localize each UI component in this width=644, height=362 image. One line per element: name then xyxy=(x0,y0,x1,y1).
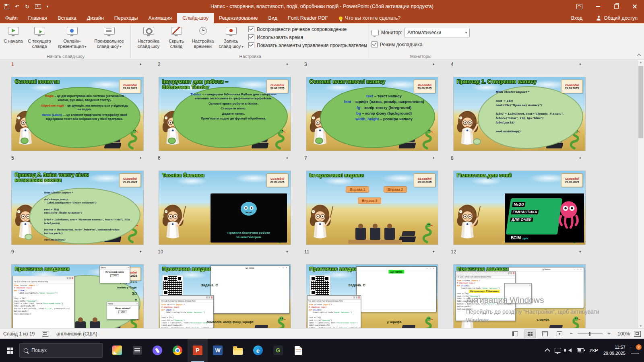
taskbar-app-g[interactable]: G xyxy=(268,339,288,362)
language-switcher[interactable]: УКР xyxy=(589,348,598,353)
slide-12-thumbnail[interactable]: Сьогодні29.09.2025Практичне завданняFile… xyxy=(453,264,586,329)
slide-2-thumbnail[interactable]: Сьогодні29.09.2025Інструмент для роботи … xyxy=(159,77,291,151)
notification-center-icon[interactable]: 2 xyxy=(631,347,639,354)
volume-icon[interactable] xyxy=(566,348,572,352)
animation-star-icon[interactable]: ✦ xyxy=(432,62,435,66)
use-timings-checkbox[interactable]: Использовать время xyxy=(248,34,367,40)
hide-slide-button[interactable]: Скрыть слайд xyxy=(164,25,189,49)
slide-6-thumbnail[interactable]: Сьогодні29.09.2025Техніка безпекиПравила… xyxy=(159,171,291,245)
zoom-level[interactable]: 100% xyxy=(615,331,630,337)
taskbar-app-word[interactable]: W xyxy=(208,339,228,362)
monitor-select[interactable]: Автоматически ▾ xyxy=(405,28,470,37)
zoom-out-button[interactable]: − xyxy=(569,331,574,337)
tab-home[interactable]: Главная xyxy=(23,13,53,23)
from-beginning-button[interactable]: С начала xyxy=(2,25,24,45)
minimize-button[interactable] xyxy=(588,0,607,13)
animation-star-icon[interactable]: ✦ xyxy=(139,250,142,254)
tray-expand-icon[interactable] xyxy=(545,348,550,354)
tab-review[interactable]: Рецензирование xyxy=(214,13,263,23)
tab-view[interactable]: Вид xyxy=(263,13,283,23)
taskbar-app-chrome[interactable] xyxy=(167,339,188,362)
sign-in-button[interactable]: Вход xyxy=(564,13,590,23)
tray-display-icon[interactable] xyxy=(555,348,561,353)
zoom-slider-thumb[interactable] xyxy=(589,332,590,336)
from-current-slide-button[interactable]: С текущего слайда xyxy=(24,25,55,49)
presenter-view-checkbox[interactable]: Режим докладчика xyxy=(372,41,422,47)
restore-button[interactable] xyxy=(607,0,625,13)
tab-animation[interactable]: Анимация xyxy=(143,13,177,23)
animation-star-icon[interactable]: ✦ xyxy=(432,156,435,160)
slide-10-thumbnail[interactable]: Сьогодні29.09.2025Практичне завданняЗада… xyxy=(159,264,291,329)
slide-3-thumbnail[interactable]: Сьогодні29.09.2025Основні властивості на… xyxy=(306,77,438,151)
vertical-scrollbar[interactable]: ▲ ▼ xyxy=(637,60,644,329)
tab-design[interactable]: Дизайн xyxy=(82,13,109,23)
view-reading-button[interactable] xyxy=(540,330,550,338)
slide-number: 10 xyxy=(158,249,163,255)
taskbar-app-explorer[interactable] xyxy=(228,339,248,362)
animation-star-icon[interactable]: ✦ xyxy=(578,62,582,66)
animation-star-icon[interactable]: ✦ xyxy=(578,250,582,254)
redo-icon[interactable]: ↻ xyxy=(25,4,29,9)
animation-star-icon[interactable]: ✦ xyxy=(285,250,289,254)
tab-insert[interactable]: Вставка xyxy=(52,13,81,23)
taskbar-app-viber[interactable] xyxy=(147,339,167,362)
record-slideshow-button[interactable]: Запись слайд-шоу xyxy=(217,25,245,49)
show-media-controls-checkbox[interactable]: Показать элементы управления проигрывате… xyxy=(248,42,367,48)
taskbar-search[interactable]: Пошук xyxy=(19,343,103,358)
tellme-search[interactable]: Что вы хотите сделать? xyxy=(333,13,406,23)
rehearse-timings-button[interactable]: Настройка времени xyxy=(189,25,217,49)
qr-pattern xyxy=(311,276,329,295)
start-slideshow-icon[interactable] xyxy=(35,4,41,9)
tab-foxit[interactable]: Foxit Reader PDF xyxy=(283,13,333,23)
setup-slideshow-button[interactable]: Настройка слайд-шоу xyxy=(133,25,164,49)
slide-11-thumbnail[interactable]: Сьогодні29.09.2025Практичне завданняЗада… xyxy=(306,264,438,329)
slide-8-thumbnail[interactable]: Сьогодні29.09.2025Гімнастика для очей№20… xyxy=(453,171,586,245)
animation-star-icon[interactable]: ✦ xyxy=(139,156,142,160)
desktop-screen: ↶ ↻ ▾ Напис - створення, властивості, по… xyxy=(0,0,644,362)
taskbar-app-document[interactable] xyxy=(288,339,308,362)
save-icon[interactable] xyxy=(4,4,9,9)
zoom-slider[interactable] xyxy=(578,333,603,334)
taskbar-app-photos[interactable] xyxy=(107,339,127,362)
language-indicator[interactable]: английский (США) xyxy=(56,331,97,337)
zoom-in-button[interactable]: + xyxy=(607,331,611,337)
proofing-icon[interactable] xyxy=(42,331,49,337)
animation-star-icon[interactable]: ✦ xyxy=(432,250,435,254)
taskbar-app-edge[interactable]: e xyxy=(248,339,268,362)
custom-slideshow-button[interactable]: Произвольное слайд-шоу xyxy=(89,25,129,49)
tab-file[interactable]: Файл xyxy=(0,13,23,23)
clock[interactable]: 11:57 29.09.2025 xyxy=(603,344,625,356)
slide-4-thumbnail[interactable]: Сьогодні29.09.2025Приклад 1. Створення н… xyxy=(453,77,586,151)
animation-star-icon[interactable]: ✦ xyxy=(285,62,289,66)
ribbon-display-options-button[interactable] xyxy=(570,0,588,13)
play-narrations-checkbox[interactable]: Воспроизвести речевое сопровождение xyxy=(248,26,367,32)
slide-1-thumbnail[interactable]: Сьогодні29.09.2025Основні поняттяПодія –… xyxy=(11,77,144,151)
close-button[interactable] xyxy=(625,0,644,13)
scroll-up-icon[interactable]: ▲ xyxy=(638,61,644,64)
scrollbar-thumb[interactable] xyxy=(638,66,643,138)
view-slideshow-button[interactable] xyxy=(554,330,565,338)
fit-to-window-button[interactable] xyxy=(634,331,641,337)
scroll-down-icon[interactable]: ▼ xyxy=(638,325,644,327)
slide-number: 6 xyxy=(158,155,161,161)
animation-star-icon[interactable]: ✦ xyxy=(139,62,142,66)
customize-qat-icon[interactable]: ▾ xyxy=(47,5,49,8)
animation-star-icon[interactable]: ✦ xyxy=(285,156,289,160)
online-presentation-button[interactable]: Онлайн-презентация xyxy=(55,25,89,49)
slide-5-thumbnail[interactable]: Сьогодні29.09.2025Приклад 2. Зміна текст… xyxy=(11,171,144,245)
taskbar-app-powerpoint[interactable]: P xyxy=(188,339,208,362)
view-sorter-button[interactable] xyxy=(524,329,536,338)
tab-transitions[interactable]: Переходы xyxy=(109,13,143,23)
slide-9-thumbnail[interactable]: Сьогодні29.09.2025Практичне завданнярезу… xyxy=(11,264,144,329)
taskbar-app-generic[interactable] xyxy=(127,339,147,362)
undo-icon[interactable]: ↶ xyxy=(15,4,19,9)
share-button[interactable]: Общий доступ xyxy=(590,13,644,23)
animation-star-icon[interactable]: ✦ xyxy=(578,156,582,160)
collapse-ribbon-button[interactable] xyxy=(637,53,641,57)
tab-slideshow[interactable]: Слайд-шоу xyxy=(177,13,214,23)
battery-icon[interactable] xyxy=(577,348,584,352)
start-button[interactable] xyxy=(0,339,19,362)
slide-counter[interactable]: Слайд 1 из 19 xyxy=(3,331,35,337)
slide-7-thumbnail[interactable]: Сьогодні29.09.2025Інтерактивні вправиВпр… xyxy=(306,171,438,245)
view-normal-button[interactable] xyxy=(510,330,520,338)
